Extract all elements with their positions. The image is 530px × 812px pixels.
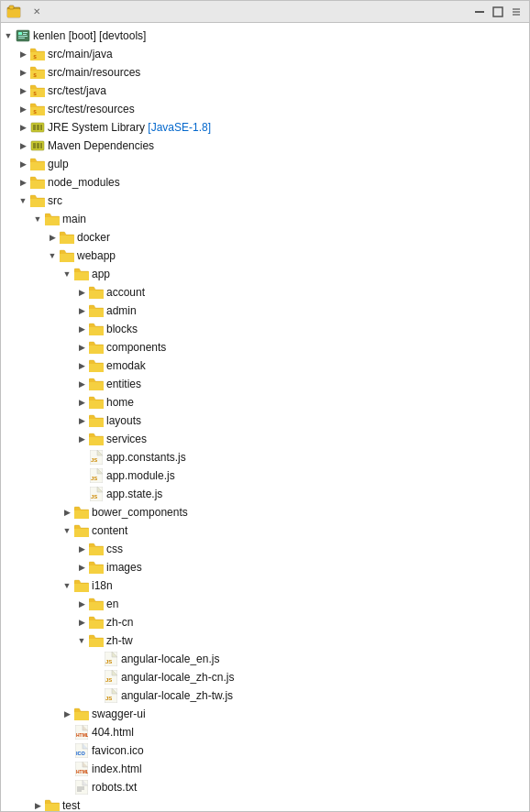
tree-arrow[interactable] bbox=[60, 762, 74, 776]
tree-arrow[interactable] bbox=[60, 743, 74, 758]
tree-item-app-module[interactable]: JS app.module.js bbox=[1, 466, 529, 485]
tree-item-account[interactable]: account bbox=[1, 283, 529, 302]
tree-label: src bbox=[48, 194, 62, 207]
tree-item-src[interactable]: src bbox=[1, 192, 529, 210]
tree-arrow[interactable] bbox=[89, 652, 104, 666]
tree-arrow[interactable] bbox=[45, 230, 60, 245]
tree-item-main[interactable]: main bbox=[1, 210, 529, 228]
tree-item-jre[interactable]: JRE System Library [JavaSE-1.8] bbox=[1, 118, 529, 137]
tree-item-i18n[interactable]: i18n bbox=[1, 576, 529, 595]
tree-item-src-main-resources[interactable]: s src/main/resources bbox=[1, 63, 529, 82]
tree-arrow[interactable] bbox=[74, 285, 89, 300]
tree-item-src-test-resources[interactable]: s src/test/resources bbox=[1, 100, 529, 118]
tree-item-404html[interactable]: HTML 404.html bbox=[1, 723, 529, 741]
tree-item-src-test-java[interactable]: s src/test/java bbox=[1, 82, 529, 100]
tree-item-webapp[interactable]: webapp bbox=[1, 247, 529, 265]
tree-label: app.state.js bbox=[106, 488, 162, 500]
tree-arrow[interactable] bbox=[30, 212, 45, 226]
tree-arrow[interactable] bbox=[16, 157, 30, 171]
tree-item-app[interactable]: app bbox=[1, 265, 529, 283]
tree-item-docker[interactable]: docker bbox=[1, 228, 529, 247]
tree-arrow[interactable] bbox=[60, 267, 74, 281]
tree-item-swagger-ui[interactable]: swagger-ui bbox=[1, 705, 529, 723]
tree-item-angular-locale-zh-tw[interactable]: JS angular-locale_zh-tw.js bbox=[1, 686, 529, 705]
tree-label: Maven Dependencies bbox=[48, 139, 154, 152]
tree-item-angular-locale-zh-cn[interactable]: JS angular-locale_zh-cn.js bbox=[1, 668, 529, 686]
tree-item-layouts[interactable]: layouts bbox=[1, 411, 529, 430]
tree-item-admin[interactable]: admin bbox=[1, 302, 529, 320]
tree-arrow[interactable] bbox=[74, 468, 89, 483]
panel-header-right[interactable] bbox=[472, 5, 524, 19]
tree-arrow[interactable] bbox=[16, 138, 30, 153]
tree-arrow[interactable] bbox=[60, 707, 74, 721]
tree-arrow[interactable] bbox=[74, 395, 89, 410]
tree-label: webapp bbox=[77, 249, 116, 262]
maximize-icon[interactable] bbox=[491, 5, 505, 19]
tree-arrow[interactable] bbox=[74, 358, 89, 373]
tree-arrow[interactable] bbox=[74, 542, 89, 556]
tree-arrow[interactable] bbox=[60, 578, 74, 593]
tree-arrow[interactable] bbox=[74, 432, 89, 446]
tree-item-app-state[interactable]: JS app.state.js bbox=[1, 485, 529, 503]
tree-item-robots[interactable]: robots.txt bbox=[1, 778, 529, 796]
tree-item-css[interactable]: css bbox=[1, 540, 529, 558]
minimize-icon[interactable] bbox=[472, 5, 487, 19]
tree-arrow[interactable] bbox=[16, 175, 30, 190]
tree-arrow[interactable] bbox=[74, 633, 89, 648]
tree-item-gulp[interactable]: gulp bbox=[1, 155, 529, 173]
tree-arrow[interactable] bbox=[1, 28, 16, 43]
svg-text:s: s bbox=[33, 71, 37, 79]
tree-item-home[interactable]: home bbox=[1, 393, 529, 411]
tree-item-angular-locale-en[interactable]: JS angular-locale_en.js bbox=[1, 650, 529, 668]
tree-item-zh-tw[interactable]: zh-tw bbox=[1, 631, 529, 650]
tree-arrow[interactable] bbox=[45, 248, 60, 263]
tree-item-app-constants[interactable]: JS app.constants.js bbox=[1, 448, 529, 466]
tree-arrow[interactable] bbox=[74, 340, 89, 355]
tree-view[interactable]: kenlen [boot] [devtools] s src/main/java… bbox=[1, 23, 529, 811]
tree-arrow[interactable] bbox=[16, 47, 30, 61]
tree-item-en[interactable]: en bbox=[1, 595, 529, 613]
tree-arrow[interactable] bbox=[89, 688, 104, 703]
tree-item-services[interactable]: services bbox=[1, 430, 529, 448]
tree-arrow[interactable] bbox=[74, 377, 89, 391]
tree-arrow[interactable] bbox=[60, 505, 74, 520]
tree-item-bower_components[interactable]: bower_components bbox=[1, 503, 529, 521]
tree-arrow[interactable] bbox=[30, 798, 45, 811]
tree-arrow[interactable] bbox=[16, 120, 30, 135]
tree-item-content[interactable]: content bbox=[1, 521, 529, 540]
tree-arrow[interactable] bbox=[74, 303, 89, 318]
tree-item-kenlen[interactable]: kenlen [boot] [devtools] bbox=[1, 27, 529, 45]
tree-item-src-main-java[interactable]: s src/main/java bbox=[1, 45, 529, 63]
tree-arrow[interactable] bbox=[74, 597, 89, 611]
tree-arrow[interactable] bbox=[74, 322, 89, 336]
tree-item-components[interactable]: components bbox=[1, 338, 529, 357]
tree-arrow[interactable] bbox=[74, 615, 89, 630]
tree-item-node_modules[interactable]: node_modules bbox=[1, 173, 529, 192]
tree-arrow[interactable] bbox=[16, 193, 30, 208]
tree-item-images[interactable]: images bbox=[1, 558, 529, 576]
tree-item-zh-cn[interactable]: zh-cn bbox=[1, 613, 529, 631]
tree-arrow[interactable] bbox=[74, 450, 89, 465]
tree-item-indexhtml[interactable]: HTML index.html bbox=[1, 760, 529, 778]
tree-arrow[interactable] bbox=[16, 65, 30, 80]
tree-arrow[interactable] bbox=[16, 102, 30, 116]
tree-arrow[interactable] bbox=[60, 780, 74, 795]
tree-arrow[interactable] bbox=[16, 83, 30, 98]
tree-arrow[interactable] bbox=[60, 523, 74, 538]
view-menu-icon[interactable] bbox=[509, 5, 524, 19]
tree-arrow[interactable] bbox=[74, 413, 89, 428]
tree-item-emodak[interactable]: emodak bbox=[1, 357, 529, 375]
folder-icon bbox=[89, 395, 104, 410]
tree-item-entities[interactable]: entities bbox=[1, 375, 529, 393]
tree-arrow[interactable] bbox=[74, 560, 89, 575]
tree-arrow[interactable] bbox=[74, 487, 89, 501]
tree-item-test[interactable]: test bbox=[1, 796, 529, 811]
svg-text:JS: JS bbox=[91, 476, 97, 481]
tree-item-maven[interactable]: Maven Dependencies bbox=[1, 137, 529, 155]
tree-arrow[interactable] bbox=[60, 725, 74, 740]
tree-item-blocks[interactable]: blocks bbox=[1, 320, 529, 338]
tree-item-favicon[interactable]: ICO favicon.ico bbox=[1, 741, 529, 760]
tree-arrow[interactable] bbox=[89, 670, 104, 685]
js-file-icon: JS bbox=[89, 487, 104, 501]
tree-label: layouts bbox=[106, 414, 141, 427]
